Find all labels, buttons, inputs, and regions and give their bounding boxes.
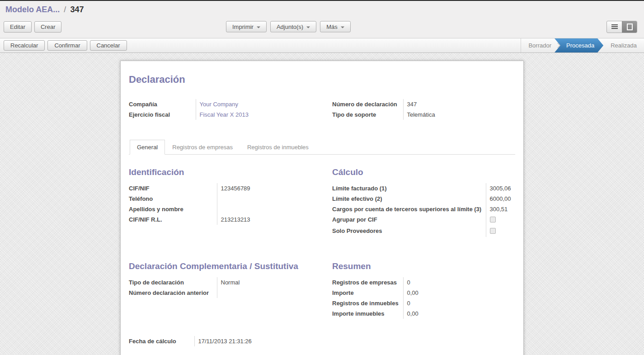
create-button[interactable]: Crear [34,21,62,33]
resumen-title: Resumen [332,261,515,271]
field-value-tipo-soporte: Telemática [403,109,516,120]
field-value-limite-facturado: 3005,06 [486,183,516,194]
resumen-section: Resumen Registros de empresas 0 Importe … [332,261,515,319]
field-label-ejercicio-fiscal: Ejercicio fiscal [129,109,196,120]
field-label-registros-inmuebles: Registros de inmuebles [332,298,403,308]
field-label-importe: Importe [332,288,403,298]
status-realizada[interactable]: Realizada [603,42,644,49]
field-row: Tipo de declaración Normal [129,277,324,288]
field-row: Compañía Your Company [129,99,329,109]
agrupar-por-cif-checkbox[interactable] [490,217,496,222]
field-label-cargos-terceros: Cargos por cuenta de terceros superiores… [332,204,486,214]
recalculate-button[interactable]: Recalcular [4,40,45,51]
statusbar: Borrador Procesada Realizada [521,38,644,52]
confirm-button[interactable]: Confirmar [47,40,87,51]
more-dropdown-button[interactable]: Más [320,21,351,33]
list-view-button[interactable] [607,21,622,33]
field-value-apellidos-nombre [217,204,324,214]
field-row: Importe 0,00 [332,288,486,298]
field-value-solo-proveedores [486,226,516,237]
field-row: Límite efectivo (2) 6000,00 [332,194,516,204]
field-row: Cargos por cuenta de terceros superiores… [332,204,516,214]
field-label-telefono: Teléfono [129,194,217,204]
view-switcher [606,21,637,33]
fecha-calculo-row: Fecha de cálculo 17/11/2013 21:31:26 [129,336,515,346]
breadcrumb-separator: / [62,5,68,14]
more-label: Más [326,24,338,30]
caret-down-icon [341,26,344,28]
field-value-limite-efectivo: 6000,00 [486,194,516,204]
caret-down-icon [306,26,310,28]
field-value-numero-declaracion-anterior [217,288,324,298]
section-row-1: Identificación CIF/NIF 123456789 Teléfon… [129,167,515,237]
field-row: CIF/NIF 123456789 [129,183,324,194]
field-value-fecha-calculo: 17/11/2013 21:31:26 [194,336,329,346]
tab-registros-empresas[interactable]: Registros de empresas [165,140,240,155]
identificacion-section: Identificación CIF/NIF 123456789 Teléfon… [129,167,332,237]
resumen-fields: Registros de empresas 0 Importe 0,00 Reg… [332,277,486,319]
status-borrador[interactable]: Borrador [521,42,559,49]
form-view-icon [627,24,633,30]
field-label-limite-efectivo: Límite efectivo (2) [332,194,486,204]
action-buttons-group: Imprimir Adjunto(s) Más [226,21,351,33]
field-value-cif-nif: 123456789 [217,183,324,194]
field-value-registros-inmuebles: 0 [403,298,486,308]
field-label-tipo-soporte: Tipo de soporte [332,109,403,120]
field-row: CIF/NIF R.L. 213213213 [129,214,324,225]
tab-registros-inmuebles[interactable]: Registros de inmuebles [240,140,316,155]
field-value-numero-declaracion: 347 [403,99,516,109]
print-label: Imprimir [232,24,254,30]
field-row: Registros de empresas 0 [332,277,486,288]
form-sheet: Declaración Compañía Your Company Ejerci… [120,61,524,355]
field-value-importe-inmuebles: 0,00 [403,308,486,319]
breadcrumb-parent-link[interactable]: Modelo AEA... [5,5,60,14]
field-label-apellidos-nombre: Apellidos y nombre [129,204,217,214]
top-header: Modelo AEA... / 347 Editar Crear Imprimi… [0,1,644,38]
attachments-dropdown-button[interactable]: Adjunto(s) [270,21,316,33]
cancel-button[interactable]: Cancelar [90,40,127,51]
field-value-cargos-terceros: 300,51 [486,204,516,214]
field-label-numero-declaracion-anterior: Número declaración anterior [129,288,217,298]
section-row-2: Declaración Complementaria / Sustitutiva… [129,261,515,319]
tab-general[interactable]: General [130,140,165,155]
field-row: Límite facturado (1) 3005,06 [332,183,516,194]
top-left-fields: Compañía Your Company Ejercicio fiscal F… [129,99,329,120]
field-row: Apellidos y nombre [129,204,324,214]
field-value-ejercicio-fiscal-link[interactable]: Fiscal Year X 2013 [196,109,329,120]
field-row: Agrupar por CIF [332,214,516,226]
form-view-button[interactable] [622,21,637,33]
field-row: Teléfono [129,194,324,204]
field-row: Fecha de cálculo 17/11/2013 21:31:26 [129,336,329,346]
status-procesada-active[interactable]: Procesada [555,38,603,52]
field-value-telefono [217,194,324,204]
field-row: Solo Proveedores [332,226,516,237]
edit-button[interactable]: Editar [4,21,32,33]
top-fields-group: Compañía Your Company Ejercicio fiscal F… [129,99,515,120]
field-label-solo-proveedores: Solo Proveedores [332,226,486,237]
field-row: Ejercicio fiscal Fiscal Year X 2013 [129,109,329,120]
field-value-compania-link[interactable]: Your Company [196,99,329,109]
attachments-label: Adjunto(s) [277,24,303,30]
complementaria-fields: Tipo de declaración Normal Número declar… [129,277,324,298]
field-value-cif-nif-rl: 213213213 [217,214,324,225]
field-label-cif-nif-rl: CIF/NIF R.L. [129,214,217,225]
caret-down-icon [257,26,260,28]
notebook-tabbar: General Registros de empresas Registros … [129,140,515,155]
field-row: Número declaración anterior [129,288,324,298]
breadcrumb-current: 347 [70,5,84,14]
field-label-cif-nif: CIF/NIF [129,183,217,194]
field-label-fecha-calculo: Fecha de cálculo [129,336,194,346]
field-value-agrupar-por-cif [486,214,516,226]
top-right-fields: Número de declaración 347 Tipo de soport… [332,99,516,120]
field-label-importe-inmuebles: Importe inmuebles [332,308,403,319]
solo-proveedores-checkbox[interactable] [490,228,496,234]
field-row: Registros de inmuebles 0 [332,298,486,308]
field-value-importe: 0,00 [403,288,486,298]
field-label-tipo-declaracion: Tipo de declaración [129,277,217,288]
print-dropdown-button[interactable]: Imprimir [226,21,267,33]
field-row: Importe inmuebles 0,00 [332,308,486,319]
complementaria-section: Declaración Complementaria / Sustitutiva… [129,261,332,319]
field-value-tipo-declaracion: Normal [217,277,324,288]
fecha-calculo-field: Fecha de cálculo 17/11/2013 21:31:26 [129,336,329,346]
breadcrumb: Modelo AEA... / 347 [0,1,644,15]
